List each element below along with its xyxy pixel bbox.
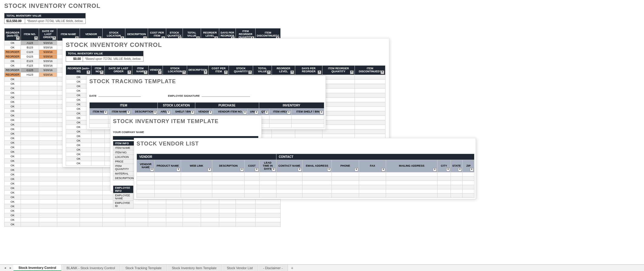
cell[interactable] — [181, 194, 212, 198]
cell[interactable] — [21, 200, 39, 204]
cell[interactable] — [21, 154, 39, 159]
sub-header[interactable]: ITEM NO. — [90, 109, 108, 115]
cell[interactable] — [39, 168, 57, 172]
cell[interactable] — [463, 185, 474, 189]
cell[interactable] — [21, 109, 39, 113]
cell[interactable] — [219, 200, 236, 204]
cell[interactable] — [332, 194, 359, 198]
cell[interactable] — [154, 189, 181, 194]
cell[interactable] — [332, 185, 359, 189]
cell[interactable] — [259, 194, 276, 198]
cell[interactable] — [302, 194, 332, 198]
cell[interactable] — [355, 125, 385, 129]
sub-header[interactable]: CITY — [437, 160, 451, 172]
cell[interactable] — [39, 118, 57, 122]
cell[interactable] — [91, 129, 105, 134]
cell[interactable] — [355, 129, 385, 134]
cell[interactable] — [137, 172, 155, 177]
cell[interactable] — [154, 172, 181, 177]
cell[interactable] — [39, 127, 57, 132]
cell[interactable] — [80, 213, 103, 218]
cell[interactable] — [21, 91, 39, 95]
col-header[interactable]: DATE OF LAST ORDER — [39, 28, 57, 41]
sub-header[interactable]: EMAIL ADDRESS — [302, 160, 332, 172]
cell[interactable] — [269, 119, 292, 124]
cell[interactable] — [21, 132, 39, 136]
cell[interactable] — [125, 213, 148, 218]
cell[interactable] — [39, 195, 57, 200]
cell[interactable] — [355, 120, 385, 125]
cell[interactable] — [39, 163, 57, 168]
cell[interactable] — [256, 200, 281, 204]
cell[interactable] — [256, 218, 281, 222]
cell[interactable] — [236, 209, 256, 213]
cell[interactable] — [39, 104, 57, 109]
cell[interactable] — [183, 209, 201, 213]
add-sheet-button[interactable]: + — [288, 265, 296, 271]
cell[interactable] — [91, 139, 105, 143]
cell[interactable] — [201, 213, 219, 218]
cell[interactable] — [39, 177, 57, 181]
cell[interactable] — [80, 218, 103, 222]
cell[interactable] — [451, 194, 463, 198]
cell[interactable] — [236, 200, 256, 204]
cell[interactable] — [386, 172, 437, 177]
cell[interactable] — [21, 181, 39, 186]
cell[interactable] — [451, 177, 463, 181]
sheet-tab[interactable]: - Disclaimer - — [258, 265, 288, 271]
cell[interactable] — [332, 189, 359, 194]
cell[interactable] — [80, 209, 103, 213]
cell[interactable] — [21, 159, 39, 163]
sheet-tab[interactable]: Stock Inventory Control — [13, 265, 61, 271]
cell[interactable] — [166, 200, 183, 204]
cell[interactable] — [256, 222, 281, 227]
cell[interactable] — [322, 111, 355, 116]
cell[interactable] — [201, 209, 219, 213]
cell[interactable] — [386, 185, 437, 189]
cell[interactable] — [148, 204, 166, 209]
cell[interactable] — [80, 195, 103, 200]
cell[interactable] — [183, 204, 201, 209]
sub-header[interactable]: PHONE — [332, 160, 359, 172]
cell[interactable] — [57, 186, 80, 191]
cell[interactable] — [91, 148, 105, 152]
cell[interactable] — [302, 172, 332, 177]
cell[interactable] — [451, 172, 463, 177]
cell[interactable] — [57, 213, 80, 218]
cell[interactable] — [166, 213, 183, 218]
signature-field[interactable] — [202, 93, 250, 97]
cell[interactable] — [212, 185, 245, 189]
cell[interactable] — [181, 185, 212, 189]
cell[interactable] — [292, 124, 324, 128]
cell[interactable] — [57, 191, 80, 195]
sub-header[interactable]: ZIP — [463, 160, 474, 172]
cell[interactable] — [21, 104, 39, 109]
cell[interactable] — [201, 218, 219, 222]
cell[interactable] — [21, 204, 39, 209]
sub-header[interactable]: ITEM AREA — [269, 109, 292, 115]
cell[interactable] — [39, 191, 57, 195]
cell[interactable] — [322, 107, 355, 111]
col-header[interactable]: COST PER ITEM — [208, 66, 229, 75]
cell[interactable] — [322, 89, 355, 93]
cell[interactable] — [91, 152, 105, 157]
cell[interactable] — [148, 209, 166, 213]
cell[interactable] — [21, 86, 39, 91]
cell[interactable] — [21, 95, 39, 100]
sub-header[interactable]: ITEM SHELF / BIN — [292, 109, 324, 115]
cell[interactable] — [212, 177, 245, 181]
cell[interactable] — [355, 93, 385, 98]
cell[interactable] — [437, 194, 451, 198]
cell[interactable] — [21, 150, 39, 154]
sub-header[interactable]: SHELF / BIN — [171, 109, 195, 115]
cell[interactable] — [39, 136, 57, 141]
cell[interactable] — [359, 177, 386, 181]
cell[interactable] — [212, 194, 245, 198]
cell[interactable] — [148, 218, 166, 222]
cell[interactable] — [292, 119, 324, 124]
cell[interactable] — [21, 195, 39, 200]
sub-header[interactable]: VENDOR ITEM NO. — [213, 109, 247, 115]
cell[interactable] — [355, 111, 385, 116]
cell[interactable] — [91, 157, 105, 161]
cell[interactable] — [148, 222, 166, 227]
